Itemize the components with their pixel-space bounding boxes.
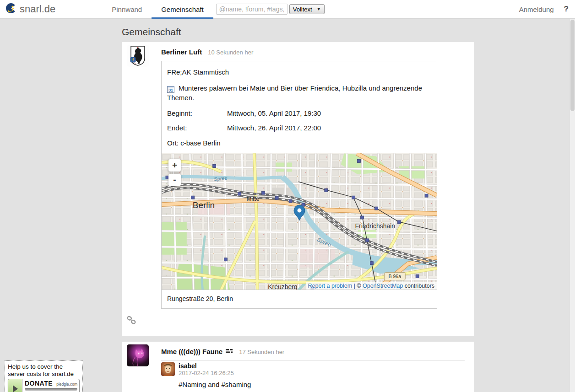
- forum-icon: [226, 348, 233, 356]
- map-zoom-controls: + -: [168, 159, 181, 186]
- scrollbar-thumb[interactable]: [570, 20, 575, 111]
- map-label-spree-1: Spree: [214, 175, 228, 182]
- map-graphic: Berlin Mitte Friedrichshain Kreuzberg Sp…: [162, 153, 437, 290]
- brand-name: snarl.de: [20, 3, 55, 15]
- friendica-logo-icon: [5, 3, 16, 16]
- post-header: Mme (((de))) Faune 17 Sekunden her: [122, 342, 474, 356]
- post-author[interactable]: Mme (((de))) Faune: [161, 348, 222, 355]
- page-title: Gemeinschaft: [122, 27, 474, 38]
- calendar-icon: 31: [167, 86, 174, 93]
- report-problem-link[interactable]: Report a problem: [308, 283, 353, 289]
- attribution-separator: | ©: [352, 283, 363, 289]
- shared-author[interactable]: isabel: [179, 362, 465, 370]
- post-berliner-luft: f Berliner Luft 10 Sekunden her FRe;AK S…: [122, 42, 474, 336]
- map-label-berlin: Berlin: [193, 200, 215, 210]
- attribution-suffix: contributors: [403, 283, 434, 289]
- search-scope-select[interactable]: Volltext ▼: [289, 4, 325, 14]
- search-box: Volltext ▼: [216, 4, 325, 15]
- map-label-friedrichshain: Friedrichshain: [355, 222, 396, 230]
- event-description-text: Munteres palawern bei Mate und Bier über…: [167, 84, 422, 102]
- event-box: FRe;AK Stammtisch 31Munteres palawern be…: [161, 61, 437, 309]
- shared-content[interactable]: #Naming and #shaming: [179, 381, 465, 388]
- avatar-berliner-luft[interactable]: f: [127, 45, 149, 67]
- help-icon[interactable]: ?: [564, 5, 569, 14]
- event-end-value: Mittwoch, 26. April 2017, 22:00: [227, 124, 321, 132]
- event-location: Ort: c-base Berlin: [162, 139, 437, 147]
- post-time[interactable]: 10 Sekunden her: [208, 49, 253, 56]
- post-header: Berliner Luft 10 Sekunden her: [122, 42, 474, 56]
- avatar-mme-faune[interactable]: [127, 344, 149, 366]
- main-content: Gemeinschaft f Berliner Luft 10 Sekunden…: [122, 27, 474, 392]
- chevron-down-icon: ▼: [317, 7, 321, 11]
- link-icon[interactable]: [127, 318, 136, 326]
- tab-pinnwand[interactable]: Pinnwand: [102, 0, 152, 18]
- openstreetmap-map[interactable]: Berlin Mitte Friedrichshain Kreuzberg Sp…: [162, 153, 437, 290]
- map-zoom-out-button[interactable]: -: [168, 174, 181, 186]
- post-time[interactable]: 17 Sekunden her: [239, 349, 284, 355]
- pledgie-main: DONATE pledgie.com 76.00 € Raised!: [22, 379, 79, 392]
- donation-progress-bar: [25, 388, 77, 391]
- top-navbar: snarl.de Pinnwand Gemeinschaft Volltext …: [0, 0, 575, 19]
- event-title: FRe;AK Stammtisch: [162, 68, 437, 76]
- road-badge: B 96a: [384, 273, 405, 280]
- scrollbar[interactable]: [570, 19, 575, 392]
- donate-text-line1: Help us to cover the: [8, 363, 80, 371]
- tab-gemeinschaft[interactable]: Gemeinschaft: [152, 0, 213, 18]
- map-label-mitte: Mitte: [246, 195, 259, 202]
- post-actions: [127, 316, 474, 332]
- shared-timestamp: 2017-02-24 16:26:25: [179, 370, 465, 376]
- login-link[interactable]: Anmeldung: [519, 5, 554, 13]
- map-attribution: Report a problem | © OpenStreetMap contr…: [306, 282, 437, 290]
- event-end-row: Endet: Mittwoch, 26. April 2017, 22:00: [162, 124, 437, 132]
- pledgie-brand: pledgie.com: [56, 382, 77, 387]
- post-mme-faune: Mme (((de))) Faune 17 Sekunden her: [122, 342, 474, 392]
- donate-label: DONATE: [25, 380, 53, 387]
- donate-text-line2: server costs for snarl.de: [8, 371, 80, 378]
- donate-widget: Help us to cover the server costs for sn…: [5, 360, 83, 392]
- post-author[interactable]: Berliner Luft: [161, 48, 202, 56]
- pledgie-donate-button[interactable]: DONATE pledgie.com 76.00 € Raised!: [8, 379, 80, 392]
- shared-post: isabel 2017-02-24 16:26:25 #Naming and #…: [161, 360, 465, 388]
- brand-logo[interactable]: snarl.de: [5, 3, 55, 16]
- nav-tabs: Pinnwand Gemeinschaft: [102, 0, 213, 18]
- nav-right: Anmeldung ?: [519, 5, 569, 14]
- openstreetmap-link[interactable]: OpenStreetMap: [363, 283, 403, 289]
- event-begin-value: Mittwoch, 05. April 2017, 19:30: [227, 109, 321, 117]
- avatar-isabel[interactable]: [161, 362, 175, 376]
- play-triangle-icon: [8, 379, 22, 392]
- map-zoom-in-button[interactable]: +: [168, 159, 181, 172]
- map-label-kreuzberg: Kreuzberg: [268, 284, 297, 290]
- search-scope-value: Volltext: [293, 6, 312, 13]
- event-begin-row: Beginnt: Mittwoch, 05. April 2017, 19:30: [162, 109, 437, 117]
- event-end-label: Endet:: [167, 124, 227, 132]
- event-description: 31Munteres palawern bei Mate und Bier üb…: [162, 83, 437, 102]
- svg-text:B 96a: B 96a: [389, 274, 401, 279]
- event-begin-label: Beginnt:: [167, 109, 227, 117]
- event-address: Rungestraße 20, Berlin: [162, 290, 437, 308]
- search-input[interactable]: [216, 4, 288, 15]
- shared-header: isabel 2017-02-24 16:26:25: [179, 362, 465, 376]
